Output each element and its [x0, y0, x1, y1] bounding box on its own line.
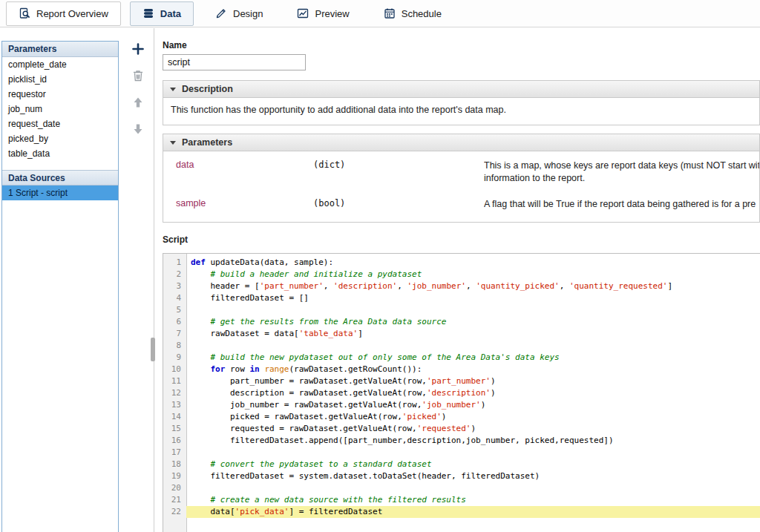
code-text[interactable]: description = rawDataset.getValueAt(row,…: [186, 387, 760, 399]
move-down-button[interactable]: [128, 121, 148, 140]
tab-bar: Report OverviewDataDesignPreviewSchedule: [0, 0, 760, 27]
schedule-icon: [384, 7, 396, 19]
line-number: 16: [163, 435, 186, 447]
line-number: 19: [163, 470, 186, 482]
code-line: 21 # create a new data source with the f…: [163, 494, 760, 506]
line-number: 4: [163, 292, 186, 304]
main-content: Name Description This function has the o…: [163, 28, 760, 532]
data-source-item[interactable]: 1 Script - script: [2, 185, 118, 200]
plus-icon: [131, 42, 145, 59]
workspace: Parameters complete_datepicklist_idreque…: [0, 28, 760, 532]
code-line: 16 filteredDataset.append([part_number,d…: [163, 435, 760, 447]
description-text: This function has the opportunity to add…: [163, 98, 759, 125]
code-text[interactable]: for row in range(rawDataset.getRowCount(…: [186, 364, 760, 375]
description-section: Description This function has the opport…: [163, 80, 760, 125]
code-text[interactable]: [186, 447, 760, 459]
name-label: Name: [163, 40, 760, 50]
line-number: 14: [163, 411, 186, 423]
code-text[interactable]: part_number = rawDataset.getValueAt(row,…: [186, 375, 760, 387]
line-number: 1: [163, 257, 186, 269]
description-line: This is a map, whose keys are report dat…: [484, 160, 759, 172]
code-text[interactable]: def updateData(data, sample):: [186, 257, 760, 269]
parameter-item-job_num[interactable]: job_num: [2, 102, 118, 116]
code-line: 6 # get the results from the Area Data d…: [163, 316, 760, 328]
code-text[interactable]: filteredDataset = []: [186, 292, 760, 304]
code-line: 13 job_number = rawDataset.getValueAt(ro…: [163, 399, 760, 411]
code-lines: 1def updateData(data, sample):2 # build …: [163, 257, 760, 518]
parameters-section-title: Parameters: [182, 137, 232, 148]
arrow-down-icon: [131, 122, 145, 139]
code-text[interactable]: # get the results from the Area Data dat…: [186, 316, 760, 328]
code-line: 17: [163, 447, 760, 459]
code-line: 11 part_number = rawDataset.getValueAt(r…: [163, 375, 760, 387]
splitter-handle[interactable]: [151, 338, 155, 361]
code-line: 8: [163, 340, 760, 352]
parameter-item-request_date[interactable]: request_date: [2, 116, 118, 131]
code-line: 22 data['pick_data'] = filteredDataset: [163, 506, 760, 518]
parameter-item-complete_date[interactable]: complete_date: [2, 57, 118, 72]
code-line: 3 header = ['part_number', 'description'…: [163, 280, 760, 292]
code-text[interactable]: # build the new pydataset out of only so…: [186, 352, 760, 364]
parameter-item-picklist_id[interactable]: picklist_id: [2, 72, 118, 87]
data-sources-list: 1 Script - script: [2, 185, 118, 200]
line-number: 15: [163, 423, 186, 435]
tab-label: Data: [160, 8, 181, 19]
parameters-section-header[interactable]: Parameters: [163, 134, 759, 151]
code-text[interactable]: [186, 304, 760, 316]
collapse-triangle-icon: [170, 88, 176, 91]
left-panel: Parameters complete_datepicklist_idreque…: [1, 41, 119, 532]
parameter-name: sample: [176, 198, 313, 211]
code-text[interactable]: job_number = rawDataset.getValueAt(row,'…: [186, 399, 760, 411]
tab-schedule[interactable]: Schedule: [371, 1, 454, 26]
code-text[interactable]: requested = rawDataset.getValueAt(row,'r…: [186, 423, 760, 435]
parameter-item-picked_by[interactable]: picked_by: [2, 131, 118, 146]
code-text[interactable]: filteredDataset = system.dataset.toDataS…: [186, 470, 760, 482]
code-text[interactable]: data['pick_data'] = filteredDataset: [186, 506, 760, 518]
name-input[interactable]: [163, 54, 306, 70]
tab-label: Preview: [315, 8, 349, 19]
move-up-button[interactable]: [128, 94, 148, 114]
code-text[interactable]: # convert the pydataset to a standard da…: [186, 459, 760, 470]
line-number: 8: [163, 340, 186, 352]
description-section-header[interactable]: Description: [163, 81, 759, 98]
parameter-item-requestor[interactable]: requestor: [2, 87, 118, 102]
tab-design[interactable]: Design: [203, 1, 275, 26]
parameter-description: A flag that will be True if the report d…: [484, 198, 759, 211]
tab-label: Report Overview: [36, 8, 108, 19]
data-sources-header: Data Sources: [2, 170, 118, 185]
description-line: information to the report.: [484, 172, 759, 185]
line-number: 2: [163, 269, 186, 280]
code-line: 14 picked = rawDataset.getValueAt(row,'p…: [163, 411, 760, 423]
code-text[interactable]: [186, 482, 760, 494]
code-line: 10 for row in range(rawDataset.getRowCou…: [163, 364, 760, 375]
code-text[interactable]: # create a new data source with the filt…: [186, 494, 760, 506]
script-editor[interactable]: 1def updateData(data, sample):2 # build …: [163, 253, 760, 532]
code-text[interactable]: # build a header and initialize a pydata…: [186, 269, 760, 280]
panel-splitter: [154, 28, 154, 532]
preview-icon: [297, 7, 309, 19]
delete-button[interactable]: [128, 68, 148, 87]
code-text[interactable]: picked = rawDataset.getValueAt(row,'pick…: [186, 411, 760, 423]
description-line: A flag that will be True if the report d…: [484, 198, 759, 211]
parameter-row: data(dict)This is a map, whose keys are …: [163, 153, 759, 191]
code-line: 2 # build a header and initialize a pyda…: [163, 269, 760, 280]
parameter-type: (dict): [313, 160, 484, 185]
line-number: 17: [163, 447, 186, 459]
tab-data[interactable]: Data: [130, 1, 194, 26]
add-button[interactable]: [128, 41, 148, 60]
tab-preview[interactable]: Preview: [284, 1, 361, 26]
tab-report-overview[interactable]: Report Overview: [6, 1, 121, 26]
code-line: 19 filteredDataset = system.dataset.toDa…: [163, 470, 760, 482]
code-text[interactable]: filteredDataset.append([part_number,desc…: [186, 435, 760, 447]
parameters-header: Parameters: [2, 42, 118, 57]
parameter-description: This is a map, whose keys are report dat…: [484, 160, 759, 185]
parameter-item-table_data[interactable]: table_data: [2, 146, 118, 161]
line-number: 12: [163, 387, 186, 399]
code-line: 18 # convert the pydataset to a standard…: [163, 459, 760, 470]
design-icon: [215, 7, 227, 19]
code-text[interactable]: [186, 340, 760, 352]
code-text[interactable]: header = ['part_number', 'description', …: [186, 280, 760, 292]
code-line: 5: [163, 304, 760, 316]
code-line: 1def updateData(data, sample):: [163, 257, 760, 269]
code-text[interactable]: rawDataset = data['table_data']: [186, 328, 760, 340]
